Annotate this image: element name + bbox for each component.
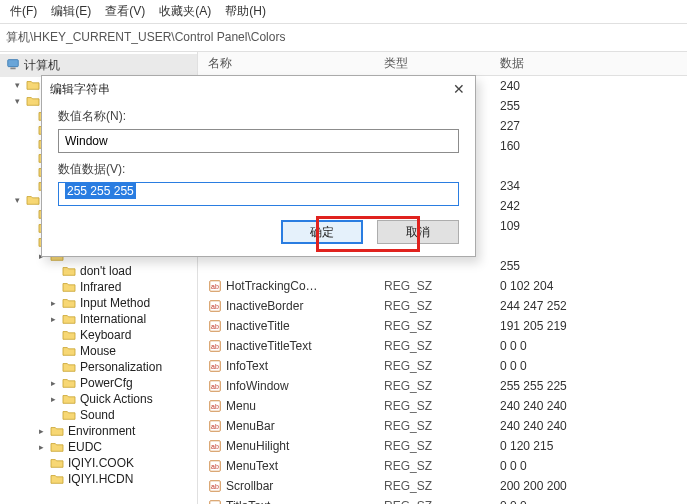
chevron-icon[interactable] xyxy=(24,237,34,247)
tree-item-label: IQIYI.HCDN xyxy=(68,472,133,486)
menu-file[interactable]: 件(F) xyxy=(4,1,43,22)
value-data: 200 200 200 xyxy=(490,479,687,493)
string-value-icon: ab xyxy=(208,459,222,473)
tree-header[interactable]: 计算机 xyxy=(0,54,197,77)
chevron-icon[interactable] xyxy=(24,139,34,149)
value-data: 240 xyxy=(490,79,687,93)
svg-text:ab: ab xyxy=(211,283,219,290)
value-name: Menu xyxy=(226,399,256,413)
chevron-icon[interactable] xyxy=(24,153,34,163)
chevron-icon[interactable] xyxy=(24,181,34,191)
value-data: 234 xyxy=(490,179,687,193)
folder-icon xyxy=(62,377,76,389)
tree-item[interactable]: ▸PowerCfg xyxy=(0,375,197,391)
folder-icon xyxy=(26,95,40,107)
chevron-icon[interactable] xyxy=(48,362,58,372)
folder-icon xyxy=(62,409,76,421)
chevron-icon[interactable]: ▾ xyxy=(12,96,22,106)
table-row[interactable]: abMenuREG_SZ240 240 240 xyxy=(198,396,687,416)
tree-item-label: Mouse xyxy=(80,344,116,358)
tree-header-label: 计算机 xyxy=(24,57,60,74)
value-data-input[interactable]: 255 255 255 xyxy=(58,182,459,206)
chevron-icon[interactable] xyxy=(24,167,34,177)
svg-rect-0 xyxy=(8,60,19,67)
value-data: 109 xyxy=(490,219,687,233)
string-value-icon: ab xyxy=(208,419,222,433)
tree-item[interactable]: Infrared xyxy=(0,279,197,295)
tree-item[interactable]: ▸Environment xyxy=(0,423,197,439)
chevron-icon[interactable]: ▸ xyxy=(48,378,58,388)
value-type: REG_SZ xyxy=(374,279,490,293)
tree-item[interactable]: IQIYI.COOK xyxy=(0,455,197,471)
menu-help[interactable]: 帮助(H) xyxy=(219,1,272,22)
tree-item[interactable]: ▸International xyxy=(0,311,197,327)
cancel-button[interactable]: 取消 xyxy=(377,220,459,244)
tree-item-label: Quick Actions xyxy=(80,392,153,406)
ok-button[interactable]: 确定 xyxy=(281,220,363,244)
string-value-icon: ab xyxy=(208,379,222,393)
dialog-body: 数值名称(N): 数值数据(V): 255 255 255 确定 取消 xyxy=(42,102,475,254)
table-row[interactable]: abScrollbarREG_SZ200 200 200 xyxy=(198,476,687,496)
menu-favorites[interactable]: 收藏夹(A) xyxy=(153,1,217,22)
table-row[interactable]: abInfoTextREG_SZ0 0 0 xyxy=(198,356,687,376)
tree-item[interactable]: Mouse xyxy=(0,343,197,359)
tree-item[interactable]: ▸Input Method xyxy=(0,295,197,311)
tree-item[interactable]: IQIYI.HCDN xyxy=(0,471,197,487)
table-row[interactable]: abInactiveBorderREG_SZ244 247 252 xyxy=(198,296,687,316)
chevron-icon[interactable] xyxy=(48,330,58,340)
value-name: MenuText xyxy=(226,459,278,473)
chevron-icon[interactable] xyxy=(24,223,34,233)
column-data[interactable]: 数据 xyxy=(490,55,687,72)
chevron-icon[interactable]: ▾ xyxy=(12,80,22,90)
folder-icon xyxy=(50,473,64,485)
value-data: 242 xyxy=(490,199,687,213)
tree-item[interactable]: ▸Quick Actions xyxy=(0,391,197,407)
table-row[interactable]: abMenuBarREG_SZ240 240 240 xyxy=(198,416,687,436)
chevron-icon[interactable]: ▸ xyxy=(36,426,46,436)
tree-item[interactable]: Keyboard xyxy=(0,327,197,343)
value-name-label: 数值名称(N): xyxy=(58,108,459,125)
tree-item[interactable]: don't load xyxy=(0,263,197,279)
table-row[interactable]: abHotTrackingCo…REG_SZ0 102 204 xyxy=(198,276,687,296)
svg-text:ab: ab xyxy=(211,383,219,390)
chevron-icon[interactable]: ▸ xyxy=(48,298,58,308)
chevron-icon[interactable]: ▸ xyxy=(48,394,58,404)
table-row[interactable]: abInactiveTitleTextREG_SZ0 0 0 xyxy=(198,336,687,356)
value-data: 227 xyxy=(490,119,687,133)
value-name-input[interactable] xyxy=(58,129,459,153)
chevron-icon[interactable] xyxy=(48,410,58,420)
chevron-icon[interactable] xyxy=(48,282,58,292)
chevron-icon[interactable] xyxy=(24,209,34,219)
chevron-icon[interactable] xyxy=(36,474,46,484)
chevron-icon[interactable] xyxy=(36,458,46,468)
chevron-icon[interactable]: ▸ xyxy=(48,314,58,324)
dialog-title: 编辑字符串 xyxy=(50,81,110,98)
table-row[interactable]: abMenuTextREG_SZ0 0 0 xyxy=(198,456,687,476)
address-bar[interactable]: 算机\HKEY_CURRENT_USER\Control Panel\Color… xyxy=(0,24,687,52)
tree-item[interactable]: Sound xyxy=(0,407,197,423)
tree-item-label: Personalization xyxy=(80,360,162,374)
menu-edit[interactable]: 编辑(E) xyxy=(45,1,97,22)
chevron-icon[interactable] xyxy=(24,111,34,121)
tree-item[interactable]: Personalization xyxy=(0,359,197,375)
column-type[interactable]: 类型 xyxy=(374,55,490,72)
svg-text:ab: ab xyxy=(211,363,219,370)
chevron-icon[interactable] xyxy=(24,125,34,135)
table-row[interactable]: abInactiveTitleREG_SZ191 205 219 xyxy=(198,316,687,336)
table-row[interactable]: abTitleTextREG_SZ0 0 0 xyxy=(198,496,687,504)
chevron-icon[interactable]: ▸ xyxy=(36,442,46,452)
close-icon[interactable]: ✕ xyxy=(451,81,467,97)
table-row[interactable]: abInfoWindowREG_SZ255 255 225 xyxy=(198,376,687,396)
value-name: InactiveTitle xyxy=(226,319,290,333)
chevron-icon[interactable] xyxy=(48,346,58,356)
table-row[interactable]: 255 xyxy=(198,256,687,276)
tree-item-label: Infrared xyxy=(80,280,121,294)
chevron-icon[interactable]: ▾ xyxy=(12,195,22,205)
menu-view[interactable]: 查看(V) xyxy=(99,1,151,22)
value-name: InfoWindow xyxy=(226,379,289,393)
tree-item[interactable]: ▸EUDC xyxy=(0,439,197,455)
table-row[interactable]: abMenuHilightREG_SZ0 120 215 xyxy=(198,436,687,456)
chevron-icon[interactable] xyxy=(48,266,58,276)
column-name[interactable]: 名称 xyxy=(198,55,374,72)
computer-icon xyxy=(6,57,20,74)
